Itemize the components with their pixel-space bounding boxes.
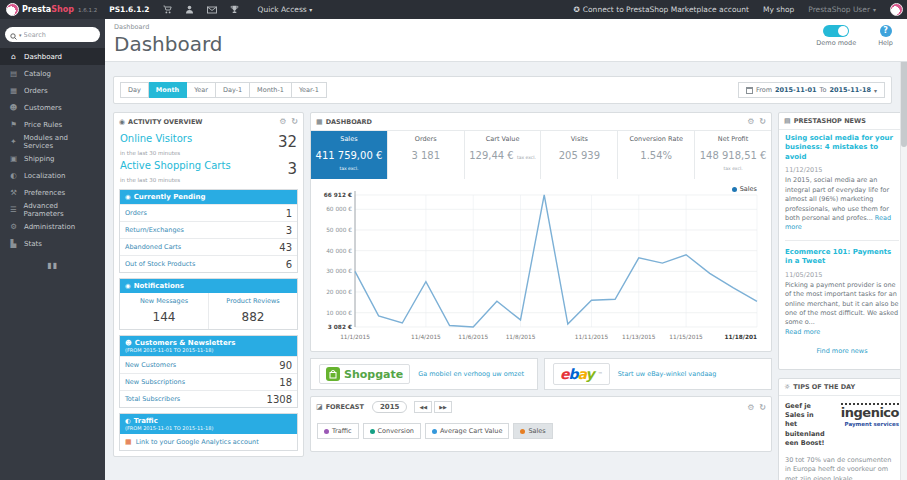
active-carts-label[interactable]: Active Shopping Carts [120,160,231,171]
sidebar-item-dashboard[interactable]: ⌂Dashboard [0,48,105,65]
sidebar-item-customers[interactable]: ☻Customers [0,99,105,116]
kpi-visits[interactable]: Visits205 939 [541,131,618,179]
range-month-button[interactable]: Month [149,82,187,98]
topbar: PrestaShop 1.6.1.2 PS1.6.1.2 Quick Acces… [0,0,907,19]
range-year-button[interactable]: Year [187,82,216,98]
news-article-title[interactable]: Using social media for your business: 4 … [785,134,899,162]
pending-returns-link[interactable]: Return/Exchanges [125,226,184,234]
sidebar-item-shipping[interactable]: ▣Shipping [0,150,105,167]
panel-tools: ⚙↻ [747,403,766,412]
marketplace-link[interactable]: ✪Connect to PrestaShop Marketplace accou… [574,5,749,14]
google-analytics-link[interactable]: ▦Link to your Google Analytics account [120,434,297,450]
x-tick-label: 11/11/2015 [575,334,609,340]
sidebar-item-stats[interactable]: ▙Stats [0,235,105,252]
range-month-1-button[interactable]: Month-1 [250,82,292,98]
shop-version[interactable]: PS1.6.1.2 [109,5,149,14]
refresh-icon[interactable]: ↻ [759,403,766,412]
product-reviews-link[interactable]: Product Reviews [211,297,295,305]
pending-abandoned-link[interactable]: Abandoned Carts [125,243,181,251]
online-visitors-label[interactable]: Online Visitors [120,133,192,144]
shopgate-logo: Shopgate [319,364,410,384]
pending-row-orders: Orders1 [120,204,297,221]
gear-icon[interactable]: ⚙ [747,403,754,412]
demo-mode-toggle[interactable] [823,25,849,37]
series-sales-button[interactable]: Sales [513,423,552,439]
new-customers-link[interactable]: New Customers [125,361,176,369]
new-subscriptions-link[interactable]: New Subscriptions [125,378,185,386]
collapse-menu-button[interactable]: ▮▮ [0,261,105,270]
search-input[interactable] [24,31,84,39]
forecast-year[interactable]: 2015 [372,401,407,413]
mail-icon[interactable] [207,6,217,14]
read-more-link[interactable]: Read more [785,328,820,336]
shopgate-link[interactable]: Ga mobiel en verhoog uw omzet [418,370,524,378]
refresh-icon[interactable]: ↻ [291,117,298,126]
refresh-icon[interactable]: ↻ [759,117,766,126]
series-traffic-button[interactable]: Traffic [317,423,359,439]
avatar[interactable] [890,3,903,16]
quick-access-menu[interactable]: Quick Access ▾ [257,5,312,14]
sidebar-item-modules[interactable]: ✦Modules and Services [0,133,105,150]
tips-body: Geef je Sales in het buitenland een Boos… [779,395,905,480]
page-title: Dashboard [114,32,223,56]
my-shop-link[interactable]: My shop [763,5,794,14]
new-messages-link[interactable]: New Messages [122,297,206,305]
brand-version: 1.6.1.2 [78,7,97,13]
shopgate-ad[interactable]: Shopgate Ga mobiel en verhoog uw omzet [310,358,538,390]
ebay-logo: ebay™ [553,363,610,385]
news-article-title[interactable]: Ecommerce 101: Payments in a Tweet [785,248,899,267]
range-day-1-button[interactable]: Day-1 [216,82,250,98]
notifications-title: Notifications [134,282,184,290]
kpi-sales[interactable]: Sales411 759,00 € tax excl. [311,131,388,179]
series-avg-cart-button[interactable]: Average Cart Value [425,423,509,439]
kpi-net-profit[interactable]: Net Profit148 918,51 € tax excl. [695,131,771,179]
help-icon[interactable]: ? [880,25,892,37]
currently-pending-header: ◉Currently Pending [120,190,297,204]
ebay-ad[interactable]: ebay™ Start uw eBay-winkel vandaag [544,358,772,390]
chevron-down-icon: ▾ [873,6,876,13]
sidebar-item-advanced-parameters[interactable]: ☰Advanced Parameters [0,201,105,218]
news-icon: ▤ [784,117,791,125]
pending-returns-value: 3 [286,225,292,236]
total-subscribers-value: 1308 [267,394,292,405]
sidebar-item-preferences[interactable]: ⚒Preferences [0,184,105,201]
cart-icon[interactable] [163,5,172,14]
kpi-label: Net Profit [697,135,769,143]
pending-orders-link[interactable]: Orders [125,209,147,217]
next-year-button[interactable]: ▶▶ [434,401,452,413]
sidebar-item-localization[interactable]: ◐Localization [0,167,105,184]
kpi-cart-value[interactable]: Cart Value129,44 € tax excl. [465,131,542,179]
sidebar-item-catalog[interactable]: ▤Catalog [0,65,105,82]
sidebar-item-administration[interactable]: ⚙Administration [0,218,105,235]
sidebar-item-orders[interactable]: ▦Orders [0,82,105,99]
total-subscribers-link[interactable]: Total Subscribers [125,395,180,403]
ebay-link[interactable]: Start uw eBay-winkel vandaag [618,370,717,378]
prestashop-logo[interactable]: PrestaShop 1.6.1.2 [0,3,103,16]
trophy-icon[interactable] [230,5,239,14]
kpi-orders[interactable]: Orders3 181 [388,131,465,179]
breadcrumb[interactable]: Dashboard [114,23,149,31]
sidebar-search[interactable]: ▾ [5,27,100,42]
x-tick-label: 11/4/2015 [411,334,441,340]
avg-cart-dot [432,429,437,434]
panel-tools: ⚙↻ [279,117,298,126]
range-year-1-button[interactable]: Year-1 [292,82,327,98]
range-day-button[interactable]: Day [120,82,149,98]
series-conversion-button[interactable]: Conversion [363,423,421,439]
date-range-picker[interactable]: From 2015-11-01 To 2015-11-18 ▾ [738,82,885,98]
prev-year-button[interactable]: ◀◀ [414,401,432,413]
clock-icon: ◉ [125,193,131,201]
gear-icon[interactable]: ⚙ [279,117,286,126]
chart-legend[interactable]: Sales [732,185,757,193]
gear-icon[interactable]: ⚙ [747,117,754,126]
customer-icon[interactable] [185,5,194,14]
find-more-news-link[interactable]: Find more news [785,337,899,361]
shopgate-bag-icon [326,367,340,381]
user-menu[interactable]: PrestaShop User ▾ [808,5,876,14]
kpi-conversion-rate[interactable]: Conversion Rate1.54% [618,131,695,179]
pending-outofstock-link[interactable]: Out of Stock Products [125,260,195,268]
page-scrollbar[interactable] [900,19,907,480]
news-body: Using social media for your business: 4 … [779,129,905,369]
sidebar-item-price-rules[interactable]: ⚑Price Rules [0,116,105,133]
y-tick-label: 66 912 € [324,192,352,198]
